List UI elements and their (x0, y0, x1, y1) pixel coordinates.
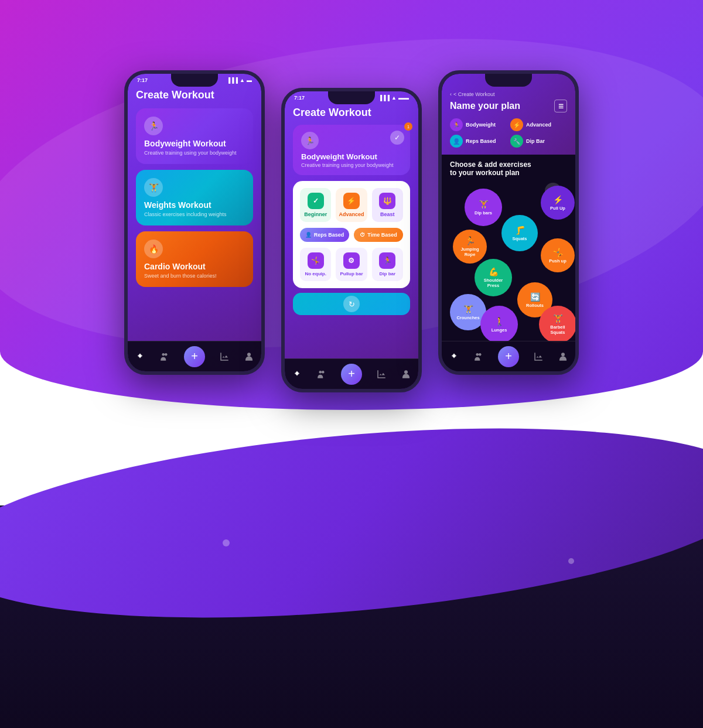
exercises-section-title: Choose & add exercisesto your workout pl… (450, 160, 567, 177)
advanced-icon: ⚡ (343, 193, 360, 209)
nav-community-1[interactable] (159, 351, 170, 362)
exercise-pushup[interactable]: 🤸 Push up (541, 238, 575, 272)
tag-bodyweight[interactable]: 🏃 Bodyweight (450, 118, 507, 131)
phones-container: 7:17 ▐▐▐ ▲ ▬ Create Workout 🏃 Bodyweight… (124, 70, 579, 392)
phone-1-nav: + (128, 341, 261, 371)
time-2: 7:17 (294, 95, 305, 101)
nav-add-2[interactable]: + (341, 364, 362, 385)
difficulty-beast[interactable]: 🔱 Beast (372, 188, 403, 222)
exercise-lunges[interactable]: 🚶 Lunges (480, 306, 518, 343)
selected-workout-card[interactable]: ✓ 🏃 Bodyweight Workout Creative training… (293, 125, 410, 175)
weights-card[interactable]: 🏋 Weights Workout Classic exercises incl… (136, 170, 253, 225)
tag-advanced[interactable]: ⚡ Advanced (510, 118, 567, 131)
status-icons-2: ▐▐▐ ▲ ▬▬ (378, 95, 409, 101)
rollouts-label: Rollouts (526, 303, 544, 308)
nav-add-1[interactable]: + (184, 346, 205, 367)
edit-icon[interactable]: ☰ (554, 100, 567, 112)
exercise-barbellsquats[interactable]: 🏋 BarbellSquats (539, 306, 575, 343)
svg-point-3 (319, 371, 322, 374)
noequip-icon: 🤸 (308, 252, 324, 269)
weights-title: Weights Workout (144, 200, 245, 210)
phone-3-screen: ‹ < Create Workout Name your plan ☰ 🏃 Bo… (442, 74, 575, 371)
crunches-icon: 🏋 (463, 305, 473, 314)
cardio-desc: Sweet and burn those calories! (144, 273, 245, 279)
phone-2-screen: 7:17 ▐▐▐ ▲ ▬▬ Create Workout ✓ 🏃 Bodywei… (285, 91, 418, 389)
time-1: 7:17 (137, 77, 148, 83)
crunches-label: Crounches (456, 315, 479, 320)
phone-2-nav: + (285, 358, 418, 389)
equip-noequip[interactable]: 🤸 No equip. (300, 248, 331, 281)
selected-card-icon: 🏃 (301, 132, 319, 149)
beast-label: Beast (380, 211, 395, 217)
lunges-label: Lunges (492, 327, 507, 333)
pushup-label: Push up (549, 258, 567, 264)
nav-profile-2[interactable] (401, 369, 411, 380)
nav-workout-3[interactable] (449, 351, 459, 362)
noequip-label: No equip. (305, 271, 326, 276)
shoulderpress-label: ShoulderPress (484, 278, 503, 288)
time-icon: ⏱ (360, 232, 365, 238)
selected-card-title: Bodyweight Workout (301, 152, 402, 161)
squats-label: Squats (512, 236, 527, 241)
decor-dot-3 (88, 398, 93, 403)
continue-icon: ↻ (343, 296, 360, 312)
selected-card-desc: Creative training using your bodyweight (301, 162, 402, 168)
exercise-shoulderpress[interactable]: 💪 ShoulderPress (475, 259, 512, 296)
bodyweight-desc: Creative training using your bodyweight (144, 150, 245, 156)
exercise-jumprope[interactable]: 🏃 JumpingRope (453, 230, 487, 264)
nav-stats-2[interactable] (376, 369, 387, 380)
exercise-dipbars[interactable]: 🏋 Dip bars (465, 189, 502, 226)
equipment-row: 🤸 No equip. ⚙ Pullup bar 🏃 Dip bar (300, 248, 403, 281)
nav-profile-1[interactable] (244, 351, 254, 362)
squats-icon: 🦵 (515, 225, 525, 235)
difficulty-advanced[interactable]: ⚡ Advanced (336, 188, 367, 222)
pullup-bubble-icon: ⚡ (553, 195, 563, 204)
pullup-bubble-label: Pull Up (550, 206, 565, 211)
tag-repsbased[interactable]: 👤 Reps Based (450, 135, 507, 148)
exercise-squats[interactable]: 🦵 Squats (501, 215, 538, 251)
exercise-pullup[interactable]: ⚡ Pull Up (541, 186, 575, 220)
bodyweight-icon: 🏃 (144, 117, 163, 135)
phone-3-nav: + (442, 341, 575, 371)
type-time[interactable]: ⏱ Time Based (354, 228, 403, 242)
difficulty-row: ✓ Beginner ⚡ Advanced 🔱 Beast (300, 188, 403, 222)
decor-dot-2 (568, 558, 574, 564)
tag-dipbar[interactable]: 🔧 Dip Bar (510, 135, 567, 148)
svg-point-4 (322, 371, 325, 374)
nav-workout-2[interactable] (292, 369, 302, 380)
bodyweight-card[interactable]: 🏃 Bodyweight Workout Creative training u… (136, 108, 253, 164)
nav-community-3[interactable] (473, 351, 484, 362)
back-link[interactable]: ‹ < Create Workout (450, 91, 567, 97)
phone-1: 7:17 ▐▐▐ ▲ ▬ Create Workout 🏃 Bodyweight… (124, 70, 265, 375)
cardio-card[interactable]: 🔥 Cardio Workout Sweet and burn those ca… (136, 231, 253, 287)
svg-point-5 (404, 370, 408, 374)
type-reps[interactable]: 👤 Reps Based (300, 228, 349, 242)
continue-bar[interactable]: ↻ (293, 293, 410, 315)
svg-point-7 (479, 353, 482, 356)
nav-stats-3[interactable] (533, 351, 544, 362)
pushup-icon: 🤸 (553, 248, 563, 257)
nav-stats-1[interactable] (219, 351, 230, 362)
phone-2: 7:17 ▐▐▐ ▲ ▬▬ Create Workout ✓ 🏃 Bodywei… (281, 88, 422, 392)
cardio-title: Cardio Workout (144, 262, 245, 271)
nav-community-2[interactable] (316, 369, 327, 380)
phone-3: ‹ < Create Workout Name your plan ☰ 🏃 Bo… (438, 70, 579, 375)
dipbars-icon: 🏋 (479, 200, 489, 209)
difficulty-beginner[interactable]: ✓ Beginner (300, 188, 331, 222)
equip-pullup[interactable]: ⚙ Pullup bar (336, 248, 367, 281)
weights-icon: 🏋 (144, 178, 163, 197)
status-icons-1: ▐▐▐ ▲ ▬ (227, 77, 252, 83)
nav-workout-1[interactable] (135, 351, 145, 362)
bodyweight-title: Bodyweight Workout (144, 139, 245, 148)
nav-profile-3[interactable] (558, 351, 568, 362)
tag-advanced-icon: ⚡ (510, 118, 523, 131)
nav-add-3[interactable]: + (498, 346, 519, 367)
advanced-label: Advanced (339, 211, 364, 217)
equip-dipbar[interactable]: 🏃 Dip bar (372, 248, 403, 281)
beast-icon: 🔱 (379, 193, 395, 209)
phone-2-content: Create Workout ✓ 🏃 Bodyweight Workout Cr… (285, 102, 418, 320)
phone-3-content: Choose & add exercisesto your workout pl… (442, 155, 575, 353)
tag-dipbar-label: Dip Bar (526, 138, 545, 144)
barbellsquats-icon: 🏋 (553, 314, 563, 323)
options-panel: ✓ Beginner ⚡ Advanced 🔱 Beast (293, 181, 410, 288)
